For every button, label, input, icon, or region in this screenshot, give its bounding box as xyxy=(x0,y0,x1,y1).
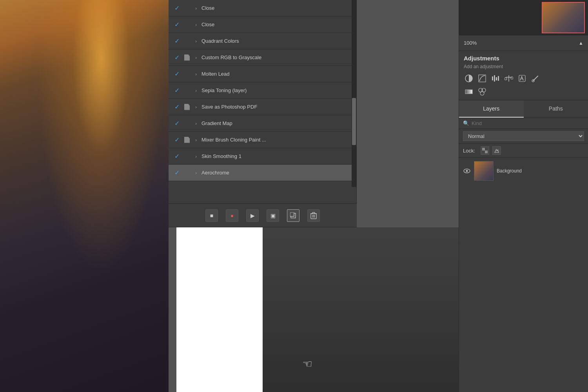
action-item-close2[interactable]: ✓ › Close xyxy=(169,16,356,33)
lock-label: Lock: xyxy=(463,148,475,154)
action-name-close1: Close xyxy=(200,5,353,11)
action-item-skin[interactable]: ✓ › Skin Smoothing 1 xyxy=(169,148,356,165)
adjustments-title: Adjustments xyxy=(464,55,583,62)
action-item-aerochrome[interactable]: ✓ › Aerochrome xyxy=(169,165,356,181)
svg-rect-27 xyxy=(482,148,485,151)
lock-transparency-icon[interactable] xyxy=(481,146,489,155)
levels-icon[interactable] xyxy=(490,73,501,83)
action-item-quadrant[interactable]: ✓ › Quadrant Colors xyxy=(169,33,356,49)
blend-mode-select[interactable]: Normal xyxy=(463,131,584,141)
curves-icon[interactable] xyxy=(477,73,487,83)
stop-button[interactable]: ■ xyxy=(205,209,218,222)
svg-rect-30 xyxy=(482,151,485,153)
zoom-value: 100% xyxy=(464,40,575,46)
action-item-custom-rgb[interactable]: ✓ › Custom RGB to Grayscale xyxy=(169,49,356,66)
svg-rect-15 xyxy=(498,76,499,81)
new-action-button[interactable] xyxy=(287,209,299,222)
layer-visibility-eye[interactable] xyxy=(463,167,471,175)
expand-save-pdf[interactable]: › xyxy=(192,105,200,109)
lock-row: Lock: xyxy=(459,144,588,158)
icon-col-mixer xyxy=(182,137,192,143)
action-name-close2: Close xyxy=(200,22,353,27)
tab-paths[interactable]: Paths xyxy=(524,100,588,118)
zoom-bar: 100% ▲ xyxy=(459,35,588,51)
checkmark-custom-rgb: ✓ xyxy=(172,54,182,61)
gradient-map-icon[interactable] xyxy=(464,87,474,97)
photo-area xyxy=(0,0,169,392)
tab-layers[interactable]: Layers xyxy=(459,100,524,118)
zoom-up-arrow[interactable]: ▲ xyxy=(579,40,583,46)
search-bar: 🔍 xyxy=(459,118,588,129)
checkmark-aerochrome: ✓ xyxy=(172,169,182,176)
actions-panel: ✓ › Close ✓ › Close ✓ › Quadrant Colors xyxy=(169,0,357,227)
expand-molten[interactable]: › xyxy=(192,72,200,76)
checkmark-close1: ✓ xyxy=(172,4,182,12)
hue-saturation-icon[interactable] xyxy=(517,73,527,83)
svg-rect-20 xyxy=(519,75,525,82)
brightness-contrast-icon[interactable] xyxy=(464,73,474,83)
new-action-icon xyxy=(290,212,296,219)
svg-point-32 xyxy=(466,170,468,172)
blend-mode-row: Normal xyxy=(459,129,588,144)
expand-mixer[interactable]: › xyxy=(192,138,200,142)
adjustments-section: Adjustments Add an adjustment xyxy=(459,51,588,100)
doc-icon-mixer xyxy=(184,137,190,143)
expand-gradient[interactable]: › xyxy=(192,121,200,126)
expand-close1[interactable]: › xyxy=(192,6,200,11)
action-name-skin: Skin Smoothing 1 xyxy=(200,153,353,159)
icon-col-custom-rgb xyxy=(182,54,192,61)
action-item-molten[interactable]: ✓ › Molten Lead xyxy=(169,66,356,82)
lock-pixels-icon[interactable] xyxy=(492,146,501,155)
svg-rect-14 xyxy=(496,77,497,80)
search-input[interactable] xyxy=(472,120,584,126)
eye-icon xyxy=(463,169,470,173)
checkmark-mixer: ✓ xyxy=(172,136,182,143)
expand-quadrant[interactable]: › xyxy=(192,39,200,44)
new-set-button[interactable]: ▣ xyxy=(267,209,279,222)
action-name-molten: Molten Lead xyxy=(200,71,353,77)
svg-rect-29 xyxy=(485,148,488,151)
action-item-save-pdf[interactable]: ✓ › Save as Photoshop PDF xyxy=(169,99,356,115)
action-item-sepia[interactable]: ✓ › Sepia Toning (layer) xyxy=(169,82,356,99)
svg-rect-12 xyxy=(492,76,493,80)
svg-rect-23 xyxy=(465,90,472,94)
expand-aerochrome[interactable]: › xyxy=(192,171,200,175)
adjustments-subtitle: Add an adjustment xyxy=(464,64,583,69)
action-name-quadrant: Quadrant Colors xyxy=(200,38,353,44)
checkmark-save-pdf: ✓ xyxy=(172,103,182,111)
photo-overlay xyxy=(0,0,169,392)
adjustments-icons-row xyxy=(464,73,583,83)
action-item-gradient[interactable]: ✓ › Gradient Map xyxy=(169,115,356,132)
trash-icon xyxy=(310,212,317,219)
action-list: ✓ › Close ✓ › Close ✓ › Quadrant Colors xyxy=(169,0,356,211)
thumbnail-area xyxy=(459,0,588,35)
action-item-close1[interactable]: ✓ › Close xyxy=(169,0,356,16)
selective-color-icon[interactable] xyxy=(530,73,541,83)
scrollbar[interactable] xyxy=(352,0,356,187)
checkmark-quadrant: ✓ xyxy=(172,37,182,45)
action-name-sepia: Sepia Toning (layer) xyxy=(200,87,353,93)
layers-list: Background xyxy=(459,158,588,392)
checkmark-sepia: ✓ xyxy=(172,87,182,94)
layer-name: Background xyxy=(497,168,522,174)
expand-custom-rgb[interactable]: › xyxy=(192,55,200,60)
expand-sepia[interactable]: › xyxy=(192,88,200,93)
checkmark-gradient: ✓ xyxy=(172,120,182,127)
expand-close2[interactable]: › xyxy=(192,22,200,27)
action-name-mixer: Mixer Brush Cloning Paint ... xyxy=(200,137,353,143)
layer-row-main[interactable]: Background xyxy=(459,159,588,183)
scroll-thumb[interactable] xyxy=(352,98,356,145)
delete-button[interactable] xyxy=(307,209,320,222)
action-item-mixer[interactable]: ✓ › Mixer Brush Cloning Paint ... xyxy=(169,132,356,148)
play-button[interactable]: ▶ xyxy=(246,209,259,222)
balance-icon[interactable] xyxy=(504,73,514,83)
layer-thumbnail xyxy=(474,161,494,181)
right-panel: 100% ▲ Adjustments Add an adjustment xyxy=(459,0,588,392)
action-name-save-pdf: Save as Photoshop PDF xyxy=(200,104,353,110)
checkerboard-icon xyxy=(482,148,488,153)
record-button[interactable]: ● xyxy=(226,209,238,222)
doc-icon-save-pdf xyxy=(184,104,190,110)
channel-mixer-icon[interactable] xyxy=(477,87,487,97)
expand-skin[interactable]: › xyxy=(192,154,200,159)
action-name-custom-rgb: Custom RGB to Grayscale xyxy=(200,54,353,60)
